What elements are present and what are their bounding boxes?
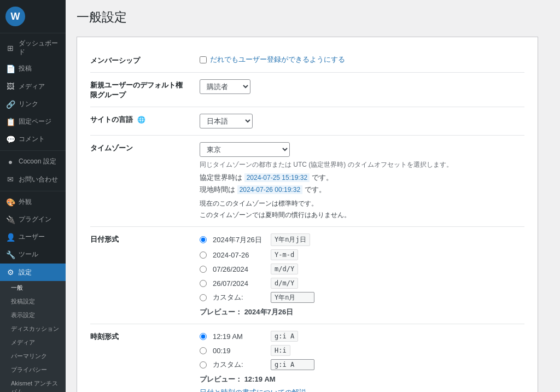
sidebar-item-contact[interactable]: ✉ お問い合わせ bbox=[0, 171, 66, 188]
sidebar-item-label: メディア bbox=[19, 83, 45, 91]
time-format-value-1: 00:19 bbox=[213, 347, 231, 355]
datetime-doc-link[interactable]: 日付と時刻の書式についての解説。 bbox=[200, 388, 313, 392]
time-format-radio-2[interactable] bbox=[200, 361, 207, 368]
submenu-general[interactable]: 一般 bbox=[0, 281, 66, 295]
date-format-code-3: d/m/Y bbox=[271, 278, 298, 289]
time-format-code-1: H:i bbox=[271, 345, 290, 356]
sidebar-item-label: 外観 bbox=[19, 198, 32, 207]
cocoon-icon: ● bbox=[5, 157, 15, 167]
sidebar-item-settings[interactable]: ⚙ 設定 bbox=[0, 264, 66, 281]
pages-icon: 📋 bbox=[5, 117, 15, 127]
date-format-value-4: カスタム: bbox=[213, 292, 243, 302]
site-language-row: サイトの言語 🌐 日本語 English 中文 한국어 bbox=[90, 107, 524, 136]
timezone-help: 同じタイムゾーンの都市または UTC (協定世界時) のタイムオフセットを選択し… bbox=[200, 160, 524, 169]
date-format-option-0: 2024年7月26日 Y年n月j日 bbox=[200, 233, 524, 246]
sidebar-item-tools[interactable]: 🔧 ツール bbox=[0, 246, 66, 264]
time-format-custom-input[interactable] bbox=[271, 359, 314, 370]
date-format-custom-input[interactable] bbox=[271, 292, 314, 303]
sidebar-item-label: プラグイン bbox=[19, 215, 51, 224]
date-format-code-0: Y年n月j日 bbox=[271, 233, 310, 246]
sidebar-item-pages[interactable]: 📋 固定ページ bbox=[0, 113, 66, 131]
sidebar-item-label: 固定ページ bbox=[19, 118, 51, 126]
utc-time-value: 2024-07-25 15:19:32 bbox=[244, 173, 310, 182]
settings-table: メンバーシップ だれでもユーザー登録ができるようにする 新規ユーザーのデフォルト… bbox=[90, 48, 524, 392]
new-user-role-select[interactable]: 購読者 寄稿者 投稿者 編集者 管理者 bbox=[200, 79, 250, 94]
timezone-local-info: 現地時間は 2024-07-26 00:19:32 です。 bbox=[200, 185, 524, 195]
time-format-value-0: 12:19 AM bbox=[213, 332, 243, 341]
new-user-role-label: 新規ユーザーのデフォルト権限グループ bbox=[90, 81, 183, 99]
time-format-radio-1[interactable] bbox=[200, 347, 207, 354]
sidebar-item-appearance[interactable]: 🎨 外観 bbox=[0, 194, 66, 211]
membership-checkbox-label[interactable]: だれでもユーザー登録ができるようにする bbox=[200, 55, 524, 65]
sidebar-item-links[interactable]: 🔗 リンク bbox=[0, 96, 66, 113]
sidebar-item-posts[interactable]: 📄 投稿 bbox=[0, 60, 66, 78]
submenu-akismet[interactable]: Akismet アンチスパム bbox=[0, 377, 66, 392]
time-format-option-0: 12:19 AM g:i A bbox=[200, 331, 524, 342]
main-content: 一般設定 メンバーシップ だれでもユーザー登録ができるようにする bbox=[66, 0, 560, 392]
submenu-writing[interactable]: 投稿設定 bbox=[0, 295, 66, 308]
sidebar-item-media[interactable]: 🖼 メディア bbox=[0, 78, 66, 95]
sidebar-item-label: コメント bbox=[19, 135, 45, 144]
membership-label: メンバーシップ bbox=[90, 56, 140, 65]
time-format-row: 時刻形式 12:19 AM g:i A bbox=[90, 324, 524, 393]
date-format-radio-3[interactable] bbox=[200, 280, 207, 287]
sidebar-item-cocoon[interactable]: ● Cocoon 設定 bbox=[0, 153, 66, 171]
plugins-icon: 🔌 bbox=[5, 215, 15, 225]
date-format-radio-2[interactable] bbox=[200, 266, 207, 273]
comments-icon: 💬 bbox=[5, 134, 15, 144]
date-format-option-1: 2024-07-26 Y-m-d bbox=[200, 249, 524, 260]
time-format-value-2: カスタム: bbox=[213, 360, 243, 370]
submenu-media[interactable]: メディア bbox=[0, 336, 66, 349]
date-format-value-3: 26/07/2024 bbox=[213, 279, 248, 288]
sidebar-item-comments[interactable]: 💬 コメント bbox=[0, 131, 66, 148]
time-format-label: 時刻形式 bbox=[90, 332, 119, 341]
contact-icon: ✉ bbox=[5, 174, 15, 184]
timezone-note1: 現在のこのタイムゾーンは標準時です。 bbox=[200, 199, 524, 208]
timezone-note2: このタイムゾーンでは夏時間の慣行はありません。 bbox=[200, 210, 524, 220]
timezone-label: タイムゾーン bbox=[90, 144, 133, 152]
sidebar-item-label: リンク bbox=[19, 100, 38, 109]
settings-form: メンバーシップ だれでもユーザー登録ができるようにする 新規ユーザーのデフォルト… bbox=[77, 37, 538, 392]
site-language-label: サイトの言語 bbox=[90, 115, 133, 124]
date-format-radio-4[interactable] bbox=[200, 294, 207, 301]
translate-icon: 🌐 bbox=[137, 116, 145, 124]
date-format-value-0: 2024年7月26日 bbox=[213, 235, 262, 245]
appearance-icon: 🎨 bbox=[5, 197, 15, 207]
sidebar-item-label: ツール bbox=[19, 250, 38, 259]
date-format-value-1: 2024-07-26 bbox=[213, 251, 249, 259]
sidebar-item-label: お問い合わせ bbox=[19, 175, 58, 184]
date-format-radio-1[interactable] bbox=[200, 251, 207, 259]
date-format-radio-0[interactable] bbox=[200, 236, 207, 243]
time-format-preview: プレビュー： 12:19 AM bbox=[200, 375, 524, 384]
date-format-option-2: 07/26/2024 m/d/Y bbox=[200, 264, 524, 274]
site-language-select[interactable]: 日本語 English 中文 한국어 bbox=[200, 114, 253, 128]
posts-icon: 📄 bbox=[5, 64, 15, 74]
membership-link[interactable]: だれでもユーザー登録ができるようにする bbox=[210, 55, 345, 65]
date-format-row: 日付形式 2024年7月26日 Y年n月j日 bbox=[90, 227, 524, 324]
membership-row: メンバーシップ だれでもユーザー登録ができるようにする bbox=[90, 48, 524, 73]
date-format-code-2: m/d/Y bbox=[271, 264, 298, 274]
sidebar-item-plugins[interactable]: 🔌 プラグイン bbox=[0, 211, 66, 229]
dashboard-icon: ⊞ bbox=[5, 43, 15, 53]
date-format-label: 日付形式 bbox=[90, 235, 119, 243]
sidebar-item-dashboard[interactable]: ⊞ ダッシュボード bbox=[0, 36, 66, 60]
submenu-reading[interactable]: 表示設定 bbox=[0, 308, 66, 322]
local-time-value: 2024-07-26 00:19:32 bbox=[237, 185, 302, 194]
time-format-options: 12:19 AM g:i A 00:19 H:i bbox=[200, 331, 524, 370]
sidebar-item-users[interactable]: 👤 ユーザー bbox=[0, 229, 66, 246]
sidebar-nav: ⊞ ダッシュボード 📄 投稿 🖼 メディア 🔗 リンク 📋 固定ページ 💬 コメ… bbox=[0, 33, 66, 392]
tools-icon: 🔧 bbox=[5, 250, 15, 260]
membership-checkbox[interactable] bbox=[200, 56, 207, 63]
submenu-discussion[interactable]: ディスカッション bbox=[0, 322, 66, 336]
submenu-permalinks[interactable]: パーマリンク bbox=[0, 349, 66, 363]
sidebar-item-label: ユーザー bbox=[19, 233, 45, 242]
links-icon: 🔗 bbox=[5, 100, 15, 109]
timezone-utc-info: 協定世界時は 2024-07-25 15:19:32 です。 bbox=[200, 173, 524, 183]
submenu-privacy[interactable]: プライバシー bbox=[0, 363, 66, 377]
sidebar-item-label: 設定 bbox=[19, 268, 32, 277]
time-format-radio-0[interactable] bbox=[200, 333, 207, 340]
timezone-row: タイムゾーン 東京 UTC America/New_York Europe/Lo… bbox=[90, 136, 524, 227]
timezone-select[interactable]: 東京 UTC America/New_York Europe/London bbox=[200, 142, 290, 157]
date-format-value-2: 07/26/2024 bbox=[213, 265, 248, 273]
settings-submenu: 一般 投稿設定 表示設定 ディスカッション メディア パーマリンク プライバシー… bbox=[0, 281, 66, 392]
